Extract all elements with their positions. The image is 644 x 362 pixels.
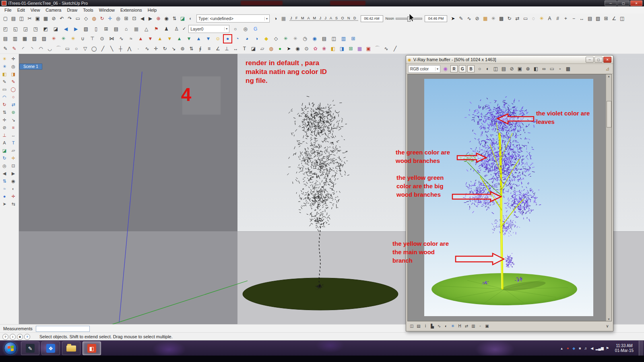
sb-section[interactable]: ◪ xyxy=(1,147,8,154)
link-buffer[interactable]: ∞ xyxy=(541,66,547,72)
slash-a[interactable]: ╱ xyxy=(392,45,398,52)
vfb-collapse-chevron[interactable]: ∨ xyxy=(605,323,610,329)
proxy-sphere[interactable]: ● xyxy=(224,35,231,42)
layer-dropdown[interactable]: Layer0▾ xyxy=(188,25,229,33)
solid-union[interactable]: ◱ xyxy=(12,25,19,32)
tray-expand-icon[interactable]: ▴ xyxy=(559,346,564,350)
arc-b[interactable]: ◝ xyxy=(29,45,35,52)
clear-render[interactable]: ⊘ xyxy=(508,66,515,72)
push-pull[interactable]: ⇅ xyxy=(188,45,195,52)
sb-3dtext[interactable]: T xyxy=(10,140,17,146)
tray-alert-icon[interactable]: ● xyxy=(566,346,570,350)
shadow-settings[interactable]: ◑ xyxy=(272,15,279,22)
arrow-up-yellow[interactable]: ▲ xyxy=(157,35,163,42)
grid-3d[interactable]: ⊞ xyxy=(103,25,109,32)
taskbar-app-1[interactable]: ✎ xyxy=(21,341,39,355)
offset-tool[interactable]: ⊚ xyxy=(179,45,186,52)
sb-pen[interactable]: ✎ xyxy=(10,78,17,85)
sb-extents[interactable]: ⊡ xyxy=(10,162,17,169)
start-button[interactable] xyxy=(4,342,17,355)
sb-rect[interactable]: ▭ xyxy=(1,86,8,93)
person-b[interactable]: ♙ xyxy=(173,25,180,32)
arrow-up-blue[interactable]: ▲ xyxy=(195,35,202,42)
channel-red[interactable]: R xyxy=(450,65,458,72)
swatch[interactable]: ▦ xyxy=(482,15,489,22)
show-desktop-button[interactable] xyxy=(639,341,643,356)
circle-3[interactable]: ○ xyxy=(73,45,80,52)
alpha-circle[interactable]: ◐ xyxy=(484,66,491,72)
ring-a[interactable]: ◉ xyxy=(294,45,301,52)
smooth[interactable]: ≈ xyxy=(128,35,134,42)
globe-a[interactable]: ◔ xyxy=(234,35,241,42)
wave-b[interactable]: ∿ xyxy=(383,45,390,52)
pencil[interactable]: ✎ xyxy=(458,15,464,22)
tray-app-gray-icon[interactable]: ■ xyxy=(578,346,582,350)
channel-dropdown[interactable]: RGB color▾ xyxy=(408,65,440,73)
stack-3d[interactable]: ▤ xyxy=(113,25,120,32)
report-c[interactable]: ▦ xyxy=(21,35,28,42)
vray-scrollbar[interactable]: ▲ ▼ xyxy=(606,74,611,321)
oval[interactable]: ◯ xyxy=(91,45,97,52)
building[interactable]: ▦ xyxy=(133,25,140,32)
poly[interactable]: ▽ xyxy=(82,45,89,52)
crosshair[interactable]: ┼ xyxy=(117,45,124,52)
hatch[interactable]: # xyxy=(554,15,561,22)
scroll-up-icon[interactable]: ▲ xyxy=(607,75,610,78)
doc-b[interactable]: ◫ xyxy=(330,35,337,42)
make-component[interactable]: ◇ xyxy=(83,15,89,22)
rotate-tool[interactable]: ↻ xyxy=(161,45,168,52)
zoom-extents[interactable]: ⊡ xyxy=(131,15,138,22)
taskbar-clock[interactable]: 11:33 AM 01-Mar-15 xyxy=(615,343,634,353)
doc-a[interactable]: ▤ xyxy=(321,35,328,42)
date-icon[interactable]: ▦ xyxy=(280,15,287,22)
sb-paint-b[interactable]: ◨ xyxy=(10,71,17,77)
sb-swap[interactable]: ⇆ xyxy=(10,201,17,207)
monitor-icon[interactable]: ▭ xyxy=(549,66,555,72)
menu-help[interactable]: Help xyxy=(145,8,160,12)
sb-paint-a[interactable]: ◧ xyxy=(1,71,8,77)
clock-tool[interactable]: ◷ xyxy=(301,35,308,42)
menu-view[interactable]: View xyxy=(28,8,43,12)
load-render[interactable]: ▤ xyxy=(500,66,507,72)
sb-plane[interactable]: ▱ xyxy=(10,147,17,154)
smiley-face[interactable]: ☺ xyxy=(215,35,221,42)
minimize-button[interactable]: ─ xyxy=(605,0,617,6)
ext-a[interactable]: ◧ xyxy=(330,45,336,52)
new-file[interactable]: ▢ xyxy=(2,15,9,22)
save-file[interactable]: ◫ xyxy=(18,15,25,22)
shadow-time-end[interactable]: 04:46 PM xyxy=(425,15,447,22)
flag[interactable]: ⚑ xyxy=(153,25,160,32)
sb-snap[interactable]: ✛ xyxy=(10,56,17,62)
menu-window[interactable]: Window xyxy=(96,8,118,12)
arrow-up-red[interactable]: ▲ xyxy=(137,35,144,42)
home[interactable]: ⌂ xyxy=(123,25,130,32)
white-balance-circle[interactable]: ○ xyxy=(476,66,483,72)
sb-scale[interactable]: ↘ xyxy=(10,117,17,123)
solid-split[interactable]: ◪ xyxy=(52,25,59,32)
protractor[interactable]: ∠ xyxy=(215,45,221,52)
circle-tool[interactable]: ○ xyxy=(232,25,239,32)
model-ground-ellipse[interactable] xyxy=(243,278,398,310)
move-tool[interactable]: ✛ xyxy=(153,45,159,52)
minus-tool[interactable]: − xyxy=(570,15,577,22)
geo-circle[interactable]: i xyxy=(10,334,16,340)
point-tool[interactable]: ∙ xyxy=(135,45,142,52)
redo[interactable]: ↷ xyxy=(66,15,73,22)
nudge-right[interactable]: ▶ xyxy=(72,25,79,32)
solid-outer[interactable]: ◰ xyxy=(2,25,9,32)
info-circle-tool[interactable]: ◉ xyxy=(311,35,318,42)
arrow-down-blue[interactable]: ▼ xyxy=(205,35,212,42)
previous-view[interactable]: ◀ xyxy=(139,15,146,22)
vfb-curve[interactable]: ∿ xyxy=(436,323,442,329)
sb-prev[interactable]: ◀ xyxy=(1,170,8,177)
plane-2[interactable]: ▱ xyxy=(259,45,266,52)
sb-ellipse[interactable]: ◯ xyxy=(10,86,17,93)
notebook-blue[interactable]: ▥ xyxy=(340,35,347,42)
vfb-region[interactable]: ▫ xyxy=(477,323,483,329)
menu-edit[interactable]: Edit xyxy=(14,8,28,12)
sb-dims[interactable]: ↔ xyxy=(10,132,17,138)
cursor-tool[interactable]: ➤ xyxy=(285,45,292,52)
spray[interactable]: ✳ xyxy=(490,15,497,22)
channel-blue[interactable]: B xyxy=(467,65,475,72)
vfb-layers[interactable]: ▥ xyxy=(471,323,476,329)
